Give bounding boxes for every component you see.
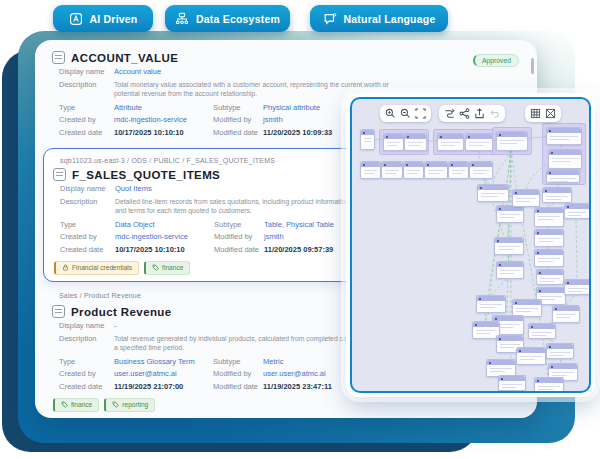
created-by-value[interactable]: user.user@atmc.ai bbox=[114, 369, 213, 378]
asset-type-icon bbox=[52, 51, 65, 64]
tag-icon bbox=[112, 401, 119, 408]
lineage-node[interactable] bbox=[496, 205, 524, 223]
created-date-value: 10/17/2025 10:10:10 bbox=[114, 128, 213, 137]
type-value[interactable]: Attribute bbox=[114, 103, 213, 112]
field-label: Subtype bbox=[213, 357, 263, 366]
sitemap-icon bbox=[175, 12, 189, 26]
lineage-node[interactable] bbox=[548, 149, 582, 169]
lineage-node[interactable] bbox=[360, 161, 381, 179]
feature-pill-data-ecosystem[interactable]: Data Ecosystem bbox=[165, 5, 290, 32]
lineage-node[interactable] bbox=[546, 343, 574, 359]
tag-label: finance bbox=[162, 264, 183, 271]
lineage-node[interactable] bbox=[477, 184, 509, 202]
feature-pill-ai-driven[interactable]: AI Driven bbox=[53, 5, 153, 32]
lineage-node[interactable] bbox=[494, 237, 524, 255]
created-date-value: 10/17/2025 10:10:10 bbox=[115, 245, 214, 254]
lineage-node[interactable] bbox=[403, 161, 424, 179]
field-label: Description bbox=[60, 197, 115, 206]
field-label: Created date bbox=[59, 382, 114, 391]
lineage-node[interactable] bbox=[469, 161, 493, 179]
tag-icon bbox=[152, 264, 159, 271]
tag-reporting[interactable]: reporting bbox=[104, 398, 155, 412]
field-label: Type bbox=[59, 103, 114, 112]
lineage-node[interactable] bbox=[552, 305, 580, 323]
lineage-canvas[interactable] bbox=[356, 119, 585, 389]
field-label: Created date bbox=[60, 245, 115, 254]
panel-scrollbar[interactable] bbox=[531, 58, 534, 74]
lock-icon bbox=[62, 264, 69, 271]
tag-label: reporting bbox=[122, 401, 148, 408]
lineage-node[interactable] bbox=[360, 129, 375, 150]
zoom-out-icon[interactable] bbox=[400, 108, 411, 119]
field-label: Modified date bbox=[213, 128, 263, 137]
field-label: Display name bbox=[59, 321, 114, 330]
lineage-node[interactable] bbox=[424, 161, 448, 179]
grid-icon[interactable] bbox=[530, 108, 541, 119]
display-name-value[interactable]: Account value bbox=[114, 67, 527, 76]
lineage-node[interactable] bbox=[536, 269, 564, 285]
lineage-node[interactable] bbox=[546, 169, 580, 183]
tag-label: finance bbox=[71, 401, 92, 408]
lineage-node[interactable] bbox=[534, 207, 564, 227]
type-value[interactable]: Data Object bbox=[115, 220, 214, 229]
zoom-in-icon[interactable] bbox=[385, 108, 396, 119]
created-by-value[interactable]: mdc-ingestion-service bbox=[114, 115, 213, 124]
asset-type-icon bbox=[52, 305, 65, 318]
field-label: Subtype bbox=[214, 220, 264, 229]
lineage-node[interactable] bbox=[448, 161, 469, 179]
tag-label: Financial credentials bbox=[72, 264, 132, 271]
asset-title: F_SALES_QUOTE_ITEMS bbox=[72, 169, 220, 181]
lineage-node[interactable] bbox=[564, 203, 590, 219]
field-label: Modified by bbox=[213, 369, 263, 378]
lineage-node[interactable] bbox=[542, 187, 572, 203]
asset-title: ACCOUNT_VALUE bbox=[71, 52, 178, 64]
pill-label: AI Driven bbox=[90, 13, 138, 25]
fit-view-icon[interactable] bbox=[415, 108, 426, 119]
status-badge: Approved bbox=[473, 54, 519, 67]
tag-finance[interactable]: finance bbox=[144, 261, 190, 275]
lineage-node[interactable] bbox=[404, 133, 427, 151]
field-label: Display name bbox=[60, 184, 115, 193]
lineage-node[interactable] bbox=[498, 375, 526, 391]
lineage-node[interactable] bbox=[516, 347, 546, 365]
lineage-node[interactable] bbox=[496, 131, 528, 151]
pill-label: Natural Language bbox=[344, 13, 436, 25]
tag-finance[interactable]: finance bbox=[53, 398, 99, 412]
created-by-value[interactable]: mdc-ingestion-service bbox=[115, 232, 214, 241]
type-value[interactable]: Business Glossary Term bbox=[114, 357, 213, 366]
lineage-viewport bbox=[350, 97, 591, 393]
lineage-node[interactable] bbox=[496, 261, 524, 279]
lineage-node[interactable] bbox=[534, 249, 564, 267]
pipeline-icon[interactable] bbox=[444, 108, 455, 119]
field-label: Modified by bbox=[214, 232, 264, 241]
field-label: Type bbox=[59, 357, 114, 366]
grid-collapse-icon[interactable] bbox=[545, 108, 556, 119]
feature-pill-natural-language[interactable]: Natural Language bbox=[310, 5, 448, 32]
lineage-node[interactable] bbox=[476, 295, 506, 313]
app-window: AI Driven Data Ecosystem Natural Languag… bbox=[0, 0, 600, 459]
field-label: Created by bbox=[60, 232, 115, 241]
asset-type-icon bbox=[53, 168, 66, 181]
undo-icon[interactable] bbox=[489, 108, 500, 119]
lineage-node[interactable] bbox=[564, 279, 591, 295]
share-icon[interactable] bbox=[459, 108, 470, 119]
export-icon[interactable] bbox=[474, 108, 485, 119]
lineage-node[interactable] bbox=[534, 377, 564, 393]
asset-title: Product Revenue bbox=[71, 306, 172, 318]
field-label: Subtype bbox=[213, 103, 263, 112]
field-label: Display name bbox=[59, 67, 114, 76]
lineage-node[interactable] bbox=[528, 323, 556, 339]
lineage-node[interactable] bbox=[512, 189, 540, 207]
field-label: Created by bbox=[59, 115, 114, 124]
lineage-node[interactable] bbox=[465, 133, 493, 151]
field-label: Modified date bbox=[213, 382, 263, 391]
lineage-node[interactable] bbox=[381, 161, 403, 179]
tag-icon bbox=[61, 401, 68, 408]
tag-financial-credentials[interactable]: Financial credentials bbox=[54, 261, 139, 275]
lineage-toolbar bbox=[352, 105, 589, 122]
lineage-node[interactable] bbox=[383, 133, 404, 151]
lineage-node[interactable] bbox=[534, 229, 564, 247]
lineage-node[interactable] bbox=[437, 133, 464, 151]
field-label: Description bbox=[59, 334, 114, 343]
lineage-node[interactable] bbox=[546, 127, 582, 145]
